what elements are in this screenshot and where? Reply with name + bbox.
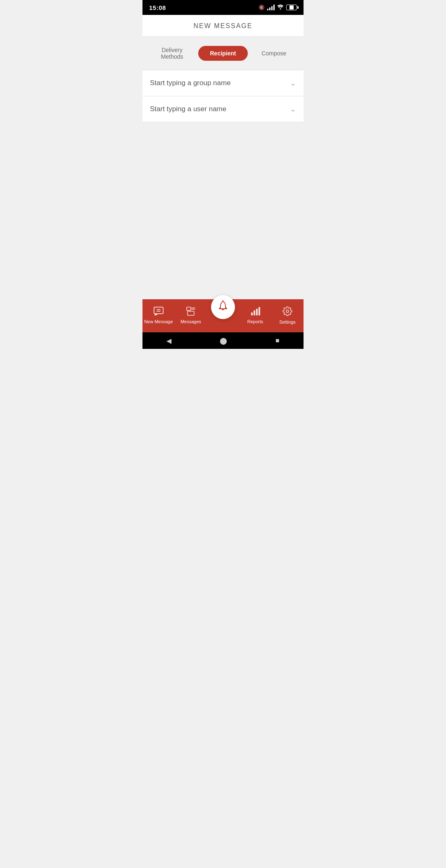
nav-reports[interactable]: Reports	[239, 307, 271, 324]
group-name-dropdown[interactable]: Start typing a group name ⌄	[142, 70, 304, 96]
signal-bar-4	[273, 5, 275, 10]
tab-recipient[interactable]: Recipient	[198, 46, 247, 61]
page-header: NEW MESSAGE	[142, 15, 304, 37]
bell-icon	[217, 300, 229, 315]
nav-settings[interactable]: Settings	[271, 306, 304, 324]
android-nav-bar: ◀ ⬤ ■	[142, 332, 304, 349]
main-content: Delivery Methods Recipient Compose Start…	[142, 37, 304, 299]
svg-rect-12	[259, 307, 260, 315]
battery-level: 48	[289, 5, 294, 10]
bell-circle	[211, 295, 235, 319]
user-name-dropdown[interactable]: Start typing a user name ⌄	[142, 96, 304, 122]
tab-delivery-methods[interactable]: Delivery Methods	[147, 43, 197, 64]
messages-icon	[186, 307, 196, 317]
mute-icon: 🔇	[259, 5, 265, 10]
dropdown-section: Start typing a group name ⌄ Start typing…	[142, 70, 304, 122]
android-back-btn[interactable]: ◀	[166, 337, 171, 345]
reports-label: Reports	[247, 319, 263, 324]
nav-new-message[interactable]: New Message	[142, 307, 175, 324]
page-title: NEW MESSAGE	[149, 22, 297, 30]
status-time: 15:08	[149, 4, 166, 11]
svg-rect-0	[154, 307, 163, 314]
svg-rect-11	[256, 309, 258, 315]
new-message-label: New Message	[144, 319, 173, 324]
signal-bar-1	[267, 9, 268, 10]
svg-rect-10	[254, 310, 255, 315]
tab-bar: Delivery Methods Recipient Compose	[142, 37, 304, 70]
user-name-label: Start typing a user name	[150, 105, 226, 113]
svg-rect-5	[187, 311, 194, 315]
messages-label: Messages	[180, 319, 201, 324]
status-icons: 🔇 48	[259, 5, 297, 11]
nav-messages[interactable]: Messages	[175, 307, 207, 324]
signal-bars	[267, 5, 275, 10]
signal-bar-2	[269, 7, 270, 10]
android-home-btn[interactable]: ⬤	[220, 337, 227, 345]
status-bar: 15:08 🔇 48	[142, 0, 304, 15]
new-message-icon	[154, 307, 164, 317]
battery-icon: 48	[286, 5, 297, 10]
reports-icon	[250, 307, 260, 317]
chevron-down-icon: ⌄	[290, 79, 296, 88]
signal-bar-3	[271, 6, 273, 10]
chevron-down-icon-2: ⌄	[290, 105, 296, 114]
group-name-label: Start typing a group name	[150, 79, 231, 87]
android-recent-btn[interactable]: ■	[275, 337, 280, 344]
bottom-navigation: New Message Messages	[142, 299, 304, 332]
settings-icon	[282, 306, 292, 318]
settings-label: Settings	[279, 320, 296, 324]
svg-rect-4	[187, 307, 191, 310]
tab-compose[interactable]: Compose	[249, 46, 299, 61]
nav-bell[interactable]	[207, 295, 239, 319]
svg-point-13	[286, 310, 289, 312]
wifi-icon	[277, 5, 284, 11]
svg-rect-9	[251, 312, 253, 315]
